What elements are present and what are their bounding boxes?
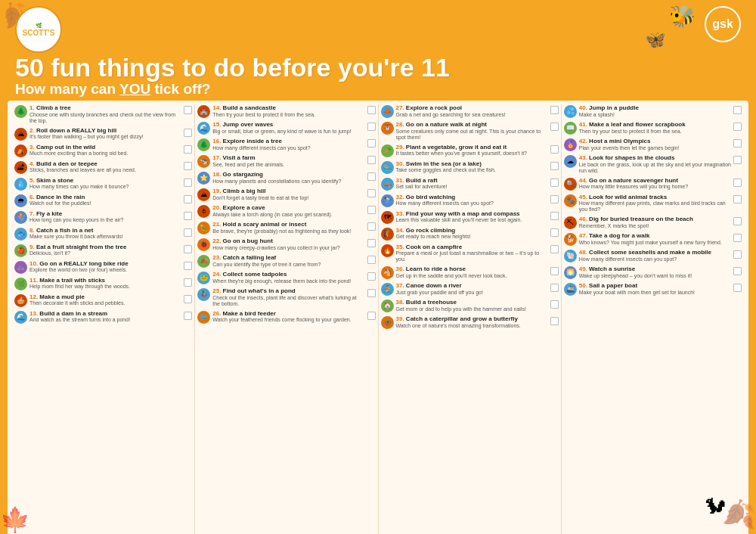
item-icon: 🌊 xyxy=(197,122,210,135)
item-content: 36. Learn to ride a horse Get up in the … xyxy=(396,265,548,279)
item-checkbox[interactable] xyxy=(184,278,192,287)
item-checkbox[interactable] xyxy=(550,162,559,170)
item-checkbox[interactable] xyxy=(184,245,192,253)
item-desc: Watch one of nature's most amazing trans… xyxy=(396,323,548,329)
item-checkbox[interactable] xyxy=(367,123,376,131)
item-checkbox[interactable] xyxy=(550,179,559,187)
item-desc: Watch your feathered friends come flocki… xyxy=(212,317,364,323)
item-title: 37. Canoe down a river xyxy=(396,282,548,290)
item-icon: 🍂 xyxy=(197,255,210,268)
item-icon: 🛶 xyxy=(381,178,394,191)
gsk-label: gsk xyxy=(712,17,733,31)
item-desc: Always take a torch along (in case you g… xyxy=(212,212,364,218)
item-content: 16. Explore inside a tree How many diffe… xyxy=(212,138,364,151)
item-checkbox[interactable] xyxy=(550,284,559,292)
list-item: 🌊 15. Jump over waves Big or small, blue… xyxy=(197,121,375,135)
item-checkbox[interactable] xyxy=(733,217,742,225)
item-checkbox[interactable] xyxy=(367,289,376,297)
list-item: 🍎 9. Eat a fruit straight from the tree … xyxy=(14,244,192,257)
item-checkbox[interactable] xyxy=(550,317,559,325)
item-checkbox[interactable] xyxy=(184,179,192,187)
item-title: 39. Catch a caterpillar and grow a butte… xyxy=(396,315,548,323)
item-checkbox[interactable] xyxy=(550,195,559,203)
item-checkbox[interactable] xyxy=(367,272,376,281)
item-checkbox[interactable] xyxy=(367,139,376,147)
list-item: 🍂 23. Catch a falling leaf Can you ident… xyxy=(197,254,375,268)
item-title: 7. Fly a kite xyxy=(29,210,181,218)
item-checkbox[interactable] xyxy=(733,179,742,187)
item-title: 20. Explore a cave xyxy=(212,204,364,212)
item-icon: 🐕 xyxy=(564,233,577,246)
item-checkbox[interactable] xyxy=(367,106,376,114)
item-checkbox[interactable] xyxy=(367,206,376,214)
item-icon: 🧗 xyxy=(381,228,394,241)
item-content: 22. Go on a bug hunt How many creepy-cra… xyxy=(212,238,364,251)
item-checkbox[interactable] xyxy=(367,156,376,164)
item-icon: 🌅 xyxy=(564,266,577,279)
item-checkbox[interactable] xyxy=(550,228,559,237)
item-content: 23. Catch a falling leaf Can you identif… xyxy=(212,254,364,268)
item-title: 21. Hold a scary animal or insect xyxy=(212,221,364,228)
item-checkbox[interactable] xyxy=(184,145,192,154)
item-checkbox[interactable] xyxy=(367,172,376,181)
item-icon: 🕯 xyxy=(197,205,210,218)
item-checkbox[interactable] xyxy=(367,222,376,231)
item-checkbox[interactable] xyxy=(733,139,742,147)
list-item: 🌧 6. Dance in the rain Watch out for the… xyxy=(14,194,192,207)
item-checkbox[interactable] xyxy=(733,156,742,164)
item-content: 10. Go on a REALLY long bike ride Explor… xyxy=(29,260,181,274)
item-checkbox[interactable] xyxy=(550,267,559,275)
item-checkbox[interactable] xyxy=(733,250,742,259)
item-checkbox[interactable] xyxy=(184,262,192,270)
item-desc: Get up in the saddle and you'll never lo… xyxy=(396,273,548,279)
item-checkbox[interactable] xyxy=(367,256,376,264)
item-checkbox[interactable] xyxy=(184,162,192,170)
item-checkbox[interactable] xyxy=(733,106,742,114)
item-checkbox[interactable] xyxy=(184,228,192,237)
list-item: 🥧 12. Make a mud pie Then decorate it wi… xyxy=(14,293,192,307)
list-item: ⛏ 46. Dig for buried treasure on the bea… xyxy=(564,216,742,229)
item-checkbox[interactable] xyxy=(550,245,559,253)
item-content: 37. Canoe down a river Just grab your pa… xyxy=(396,282,548,296)
item-checkbox[interactable] xyxy=(184,312,192,320)
item-checkbox[interactable] xyxy=(550,123,559,131)
item-icon: 🥕 xyxy=(381,144,394,157)
item-checkbox[interactable] xyxy=(733,123,742,131)
list-item: 🦀 27. Explore a rock pool Grab a net and… xyxy=(381,104,559,118)
item-desc: Check out the insects, plant life and di… xyxy=(212,295,364,307)
item-checkbox[interactable] xyxy=(733,234,742,242)
item-desc: How many little treasures will you bring… xyxy=(579,184,731,190)
item-content: 20. Explore a cave Always take a torch a… xyxy=(212,204,364,218)
item-title: 34. Go rock climbing xyxy=(396,227,548,234)
list-item: 🦉 28. Go on a nature walk at night Some … xyxy=(381,121,559,141)
item-desc: Take some goggles and check out the fish… xyxy=(396,167,548,173)
item-desc: Who knows? You might just make yourself … xyxy=(579,240,731,246)
list-item: 🚢 50. Sail a paper boat Make your boat w… xyxy=(564,282,742,296)
item-checkbox[interactable] xyxy=(184,106,192,114)
main-title: 50 fun things to do before you're 11 xyxy=(15,54,741,80)
list-item: 🦋 39. Catch a caterpillar and grow a but… xyxy=(381,315,559,329)
item-title: 5. Skim a stone xyxy=(29,177,181,185)
item-checkbox[interactable] xyxy=(184,212,192,220)
item-desc: See, feed and pet the animals. xyxy=(212,162,364,168)
item-desc: Make sure you throw it back afterwards! xyxy=(29,234,181,240)
item-checkbox[interactable] xyxy=(367,239,376,247)
column-2: 🏰 14. Build a sandcastle Then try your b… xyxy=(195,104,378,534)
item-checkbox[interactable] xyxy=(550,106,559,114)
item-content: 47. Take a dog for a walk Who knows? You… xyxy=(579,232,731,246)
item-checkbox[interactable] xyxy=(733,267,742,275)
item-checkbox[interactable] xyxy=(550,300,559,309)
item-checkbox[interactable] xyxy=(733,284,742,292)
item-icon: 🐾 xyxy=(564,194,577,207)
item-checkbox[interactable] xyxy=(184,195,192,203)
item-checkbox[interactable] xyxy=(184,295,192,303)
item-desc: Lie back on the grass, look up at the sk… xyxy=(579,162,731,174)
item-desc: Some creatures only come out at night. T… xyxy=(396,129,548,141)
item-checkbox[interactable] xyxy=(367,189,376,197)
item-checkbox[interactable] xyxy=(550,212,559,220)
item-checkbox[interactable] xyxy=(367,312,376,320)
item-checkbox[interactable] xyxy=(733,195,742,203)
item-desc: Make a splash! xyxy=(579,112,731,118)
item-checkbox[interactable] xyxy=(550,145,559,154)
item-checkbox[interactable] xyxy=(184,129,192,137)
